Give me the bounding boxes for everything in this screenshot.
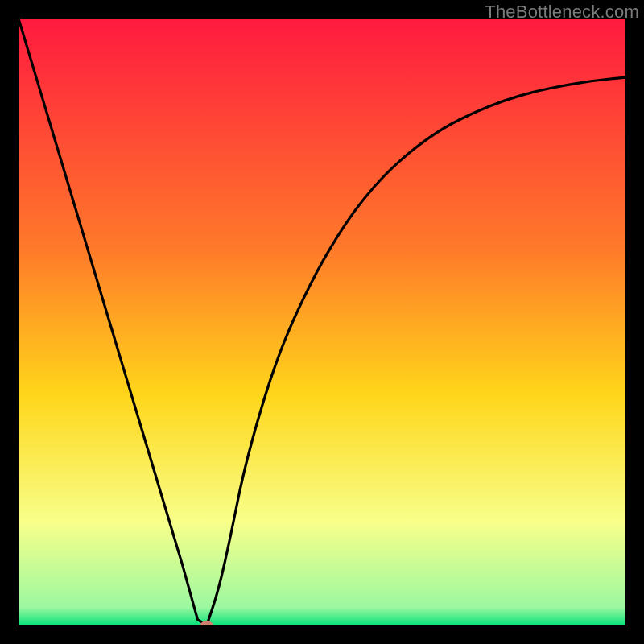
bottleneck-chart — [19, 19, 625, 625]
chart-frame — [19, 19, 625, 625]
site-watermark: TheBottleneck.com — [485, 2, 639, 23]
